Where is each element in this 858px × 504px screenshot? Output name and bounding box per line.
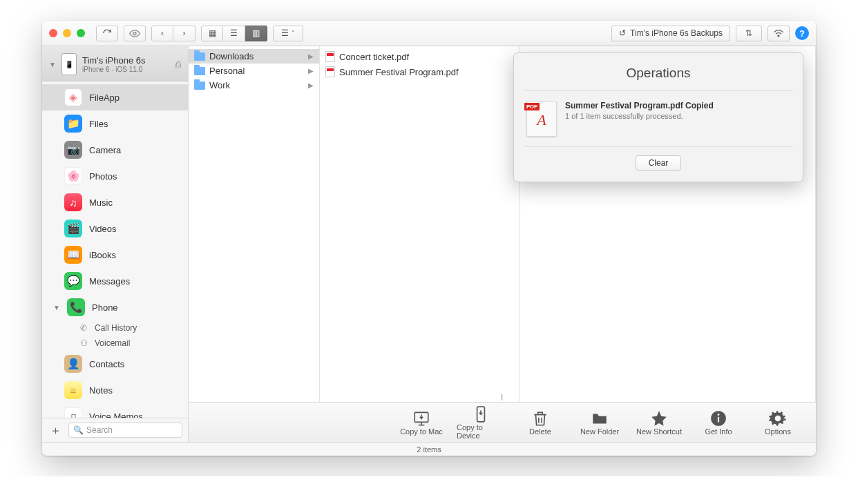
popover-title: Operations (514, 53, 803, 90)
tool-label: New Folder (580, 427, 619, 436)
tool-label: Copy to Device (457, 423, 505, 440)
close-window-button[interactable] (49, 29, 57, 37)
folder-row[interactable]: Personal▶ (189, 64, 319, 78)
status-text: 2 items (417, 445, 441, 454)
phone-icon: 📞 (70, 301, 83, 313)
minimize-window-button[interactable] (63, 29, 71, 37)
list-icon: ☰ (281, 28, 289, 38)
file-row[interactable]: Summer Festival Program.pdf (320, 64, 519, 79)
quicklook-button[interactable] (124, 26, 146, 41)
search-placeholder: Search (86, 425, 113, 435)
svg-point-1 (778, 35, 779, 37)
sidebar-item-voice-memos[interactable]: ⎍Voice Memos (42, 403, 188, 418)
sidebar-item-camera[interactable]: 📷Camera (42, 137, 188, 163)
voicemail-icon: ⚇ (78, 338, 89, 348)
chevron-right-icon: ▶ (308, 81, 314, 89)
row-label: Downloads (209, 51, 254, 61)
folder-row[interactable]: Work▶ (189, 78, 319, 93)
new-shortcut-button[interactable]: New Shortcut (635, 409, 683, 436)
folder-icon (591, 409, 609, 427)
sidebar-item-label: Contacts (89, 359, 124, 369)
sidebar-item-label: Music (89, 197, 113, 208)
options-button[interactable]: Options (754, 409, 802, 436)
copy-to-device-button[interactable]: Copy to Device (457, 405, 505, 440)
transfers-button[interactable]: ⇅ (736, 26, 762, 41)
sidebar-footer: ＋ 🔍Search (42, 418, 188, 442)
backups-button[interactable]: ↺ Tim's iPhone 6s Backups (611, 26, 730, 41)
copy-to-mac-button[interactable]: Copy to Mac (397, 409, 446, 436)
chevron-right-icon: › (183, 28, 186, 38)
music-icon: ♫ (69, 197, 77, 209)
operation-item: PDF A Summer Festival Program.pdf Copied… (514, 91, 803, 146)
search-input[interactable]: 🔍Search (68, 423, 182, 438)
delete-button[interactable]: Delete (516, 409, 564, 436)
file-row[interactable]: Concert ticket.pdf (320, 49, 519, 64)
view-list-button[interactable]: ☰ (223, 26, 245, 41)
group-by-button[interactable]: ☰˅ (273, 26, 303, 41)
contacts-icon: 👤 (67, 358, 80, 370)
sidebar-item-label: Phone (92, 302, 118, 313)
column-1: Downloads▶ Personal▶ Work▶ (189, 46, 320, 402)
tool-label: New Shortcut (636, 427, 682, 436)
sidebar-list: ◈FileApp 📁Files 📷Camera 🌸Photos ♫Music 🎬… (42, 81, 188, 418)
resize-handle[interactable]: ‖ (500, 394, 505, 400)
device-header[interactable]: ▼ 📱 Tim's iPhone 6s iPhone 6 - iOS 11.0 … (42, 46, 188, 81)
back-button[interactable]: ‹ (151, 26, 173, 41)
column-2: Concert ticket.pdf Summer Festival Progr… (320, 46, 520, 402)
forward-button[interactable]: › (173, 26, 196, 41)
sidebar-item-fileapp[interactable]: ◈FileApp (42, 84, 188, 110)
messages-icon: 💬 (67, 275, 80, 287)
sidebar-sub-label: Voicemail (95, 338, 130, 348)
svg-point-0 (133, 32, 136, 35)
help-button[interactable]: ? (795, 26, 809, 40)
window-controls (49, 29, 85, 37)
wifi-button[interactable] (768, 26, 790, 41)
sidebar-item-label: Videos (89, 224, 117, 234)
titlebar: ‹ › ▦ ☰ ▥ ☰˅ ↺ Tim's iPhone 6s Backups ⇅… (42, 21, 816, 46)
zoom-window-button[interactable] (77, 29, 85, 37)
view-columns-button[interactable]: ▥ (245, 26, 267, 41)
pdf-badge: PDF (524, 103, 540, 110)
operations-popover: Operations PDF A Summer Festival Program… (513, 52, 803, 182)
plus-icon: ＋ (50, 423, 61, 438)
chevron-down-icon: ˅ (292, 30, 295, 37)
view-icons-button[interactable]: ▦ (201, 26, 223, 41)
refresh-button[interactable] (96, 26, 118, 41)
camera-icon: 📷 (67, 144, 80, 156)
folder-icon (194, 67, 205, 75)
folder-icon (194, 52, 205, 61)
sidebar-sub-label: Call History (95, 323, 137, 333)
folder-icon: 📁 (67, 117, 80, 130)
clear-button[interactable]: Clear (636, 155, 682, 171)
sidebar-item-label: FileApp (89, 93, 120, 103)
row-label: Concert ticket.pdf (339, 52, 409, 62)
refresh-icon (102, 28, 112, 38)
get-info-button[interactable]: Get Info (694, 409, 743, 436)
sidebar-item-contacts[interactable]: 👤Contacts (42, 351, 188, 377)
sidebar-item-notes[interactable]: ≡Notes (42, 377, 188, 403)
add-button[interactable]: ＋ (48, 423, 63, 438)
pdf-icon (325, 51, 335, 62)
gear-icon (769, 409, 787, 427)
sidebar-item-photos[interactable]: 🌸Photos (42, 163, 188, 189)
sidebar-item-messages[interactable]: 💬Messages (42, 268, 188, 294)
sidebar-item-files[interactable]: 📁Files (42, 110, 188, 137)
folder-row[interactable]: Downloads▶ (189, 49, 319, 64)
row-label: Summer Festival Program.pdf (339, 67, 459, 77)
chevron-right-icon: ▶ (308, 67, 314, 75)
svg-point-6 (718, 414, 720, 416)
sidebar-item-ibooks[interactable]: 📖iBooks (42, 242, 188, 268)
copy-to-mac-icon (412, 409, 430, 427)
sidebar-sub-voicemail[interactable]: ⚇Voicemail (42, 336, 188, 351)
new-folder-button[interactable]: New Folder (575, 409, 624, 436)
sidebar-item-music[interactable]: ♫Music (42, 189, 188, 215)
row-label: Work (209, 80, 230, 90)
device-icon: 📱 (61, 53, 77, 75)
sidebar-item-label: Camera (89, 145, 121, 155)
sidebar-item-videos[interactable]: 🎬Videos (42, 215, 188, 242)
sidebar-item-label: Photos (89, 171, 117, 182)
sidebar-sub-call-history[interactable]: ✆Call History (42, 320, 188, 336)
sidebar-item-label: iBooks (89, 250, 116, 260)
sidebar-item-phone[interactable]: ▼📞Phone (42, 294, 188, 320)
pdf-file-icon: PDF A (526, 101, 557, 137)
